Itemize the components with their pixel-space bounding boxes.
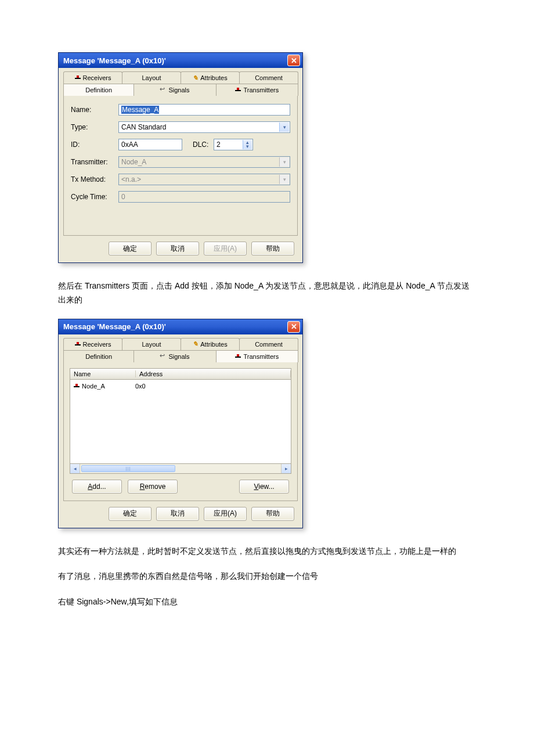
tab-comment[interactable]: Comment bbox=[239, 338, 298, 350]
type-select[interactable]: CAN Standard▾ bbox=[118, 121, 290, 133]
titlebar[interactable]: Message 'Message_A (0x10)' ✕ bbox=[59, 53, 302, 68]
id-input[interactable]: 0xAA bbox=[118, 139, 182, 150]
body-text-4: 右键 Signals->New,填写如下信息 bbox=[58, 595, 476, 609]
col-address[interactable]: Address bbox=[136, 370, 291, 377]
type-label: Type: bbox=[71, 123, 118, 131]
tab-definition[interactable]: Definition bbox=[63, 350, 134, 362]
dlc-stepper[interactable]: 2▴▾ bbox=[214, 139, 253, 150]
cycletime-label: Cycle Time: bbox=[71, 193, 118, 201]
body-text-1: 然后在 Transmitters 页面，点击 Add 按钮，添加 Node_A … bbox=[58, 279, 476, 307]
name-input[interactable]: Message_A bbox=[118, 104, 290, 116]
list-header: Name Address bbox=[70, 368, 291, 379]
tab-panel-definition: Name: Message_A Type: CAN Standard▾ ID: … bbox=[63, 95, 298, 236]
view-button[interactable]: View... bbox=[239, 480, 289, 494]
message-dialog-transmitters: Message 'Message_A (0x10)' ✕ Receivers L… bbox=[58, 319, 303, 528]
pencil-icon: ✎ bbox=[193, 74, 198, 82]
tab-attributes[interactable]: ✎Attributes bbox=[181, 338, 240, 350]
node-icon bbox=[75, 75, 81, 80]
signal-icon bbox=[160, 88, 166, 92]
help-button[interactable]: 帮助 bbox=[251, 242, 294, 255]
chevron-down-icon: ▾ bbox=[279, 175, 289, 184]
ok-button[interactable]: 确定 bbox=[109, 507, 151, 521]
cancel-button[interactable]: 取消 bbox=[156, 507, 199, 521]
apply-button: 应用(A) bbox=[204, 242, 247, 255]
id-label: ID: bbox=[71, 141, 118, 149]
node-icon bbox=[75, 342, 81, 347]
transmitter-label: Transmitter: bbox=[71, 158, 118, 166]
tab-attributes[interactable]: ✎Attributes bbox=[181, 71, 240, 84]
tab-comment[interactable]: Comment bbox=[239, 71, 298, 84]
node-icon bbox=[235, 88, 241, 92]
node-icon bbox=[235, 354, 241, 359]
tab-layout[interactable]: Layout bbox=[122, 338, 181, 350]
close-icon[interactable]: ✕ bbox=[287, 321, 300, 333]
tab-transmitters[interactable]: Transmitters bbox=[216, 350, 298, 362]
tab-receivers[interactable]: Receivers bbox=[63, 71, 122, 84]
close-icon[interactable]: ✕ bbox=[287, 55, 300, 66]
scroll-left-icon[interactable]: ◂ bbox=[70, 464, 80, 473]
cell-name: Node_A bbox=[82, 383, 133, 390]
tab-signals[interactable]: Signals bbox=[134, 350, 216, 362]
help-button[interactable]: 帮助 bbox=[251, 507, 294, 521]
transmitter-select: Node_A▾ bbox=[118, 156, 290, 168]
scroll-right-icon[interactable]: ▸ bbox=[281, 464, 291, 473]
message-dialog-definition: Message 'Message_A (0x10)' ✕ Receivers L… bbox=[58, 52, 303, 263]
ok-button[interactable]: 确定 bbox=[109, 242, 151, 255]
col-name[interactable]: Name bbox=[70, 370, 136, 377]
titlebar[interactable]: Message 'Message_A (0x10)' ✕ bbox=[59, 319, 302, 334]
transmitter-list[interactable]: Node_A 0x0 bbox=[70, 379, 291, 464]
remove-button[interactable]: Remove bbox=[128, 480, 178, 494]
horizontal-scrollbar[interactable]: ◂ ||| ▸ bbox=[70, 464, 291, 474]
add-button[interactable]: Add... bbox=[72, 480, 122, 494]
tab-receivers[interactable]: Receivers bbox=[63, 338, 122, 350]
cancel-button[interactable]: 取消 bbox=[156, 242, 199, 255]
txmethod-select: <n.a.>▾ bbox=[118, 174, 290, 185]
signal-icon bbox=[160, 354, 166, 359]
tab-transmitters[interactable]: Transmitters bbox=[216, 84, 298, 96]
dlc-label: DLC: bbox=[193, 141, 214, 149]
cell-address: 0x0 bbox=[135, 383, 146, 390]
list-item[interactable]: Node_A 0x0 bbox=[70, 382, 291, 390]
tab-panel-transmitters: Name Address Node_A 0x0 ◂ ||| ▸ bbox=[63, 362, 298, 501]
window-title: Message 'Message_A (0x10)' bbox=[63, 56, 166, 65]
chevron-down-icon: ▾ bbox=[279, 157, 289, 167]
body-text-3: 有了消息，消息里携带的东西自然是信号咯，那么我们开始创建一个信号 bbox=[58, 570, 476, 584]
tab-signals[interactable]: Signals bbox=[134, 84, 216, 96]
spinner-icon[interactable]: ▴▾ bbox=[243, 140, 252, 149]
name-label: Name: bbox=[71, 106, 118, 114]
scroll-thumb[interactable]: ||| bbox=[81, 465, 175, 472]
tab-definition[interactable]: Definition bbox=[63, 84, 134, 96]
tab-layout[interactable]: Layout bbox=[122, 71, 181, 84]
txmethod-label: Tx Method: bbox=[71, 175, 118, 183]
window-title: Message 'Message_A (0x10)' bbox=[63, 322, 166, 331]
cycletime-input: 0 bbox=[118, 191, 290, 203]
pencil-icon: ✎ bbox=[193, 340, 198, 348]
chevron-down-icon[interactable]: ▾ bbox=[279, 123, 289, 132]
node-icon bbox=[74, 384, 80, 388]
body-text-2: 其实还有一种方法就是，此时暂时不定义发送节点，然后直接以拖曳的方式拖曳到发送节点… bbox=[58, 545, 476, 559]
apply-button[interactable]: 应用(A) bbox=[204, 507, 247, 521]
